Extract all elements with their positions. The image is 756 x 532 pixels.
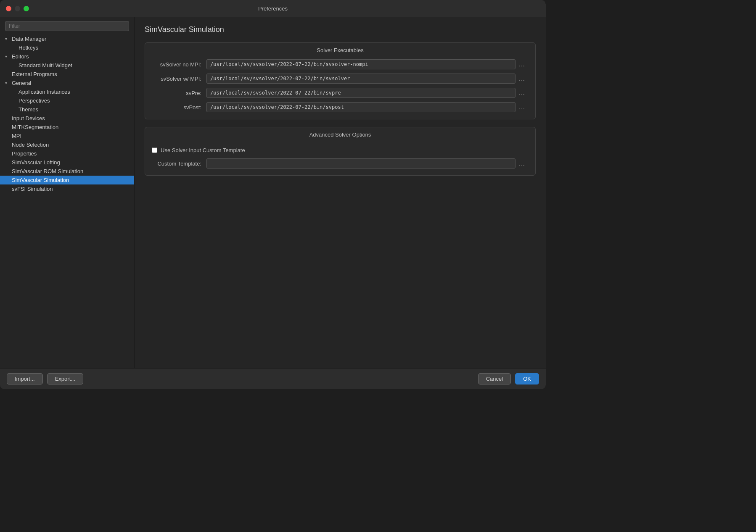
sidebar-item-label-themes: Themes (19, 106, 38, 113)
sidebar-item-node-selection[interactable]: Node Selection (0, 140, 134, 149)
sidebar-item-label-simvascular-lofting: SimVascular Lofting (12, 159, 60, 166)
sidebar-item-label-hotkeys: Hotkeys (19, 45, 38, 51)
solver-row-1: svSolver w/ MPI:... (152, 74, 529, 84)
sidebar-item-editors[interactable]: ▾Editors (0, 52, 134, 61)
cancel-button[interactable]: Cancel (478, 373, 511, 385)
sidebar-item-standard-multi-widget[interactable]: Standard Multi Widget (0, 61, 134, 70)
solver-label-3: svPost: (152, 104, 206, 111)
sidebar-item-label-simvascular-simulation: SimVascular Simulation (12, 177, 69, 183)
sidebar-item-application-instances[interactable]: Application Instances (0, 87, 134, 96)
sidebar-item-label-application-instances: Application Instances (19, 89, 70, 95)
solver-browse-button-1[interactable]: ... (515, 74, 529, 84)
sidebar-item-label-mpi: MPI (12, 133, 21, 139)
bottom-left-actions: Import... Export... (7, 373, 83, 385)
advanced-legend: Advanced Solver Options (145, 127, 535, 138)
solver-input-3[interactable] (206, 102, 515, 112)
import-button[interactable]: Import... (7, 373, 43, 385)
sidebar-item-label-editors: Editors (12, 53, 29, 60)
sidebar-item-mpi[interactable]: MPI (0, 132, 134, 140)
solver-label-0: svSolver no MPI: (152, 61, 206, 68)
minimize-button[interactable] (15, 6, 20, 11)
solver-label-2: svPre: (152, 90, 206, 96)
use-custom-template-checkbox[interactable] (152, 147, 157, 153)
sidebar-item-svfsi-simulation[interactable]: svFSI Simulation (0, 184, 134, 193)
solver-row-2: svPre:... (152, 88, 529, 98)
tree-arrow-general: ▾ (5, 81, 11, 85)
solver-row-0: svSolver no MPI:... (152, 59, 529, 69)
sidebar-item-label-data-manager: Data Manager (12, 36, 46, 42)
sidebar-item-label-svfsi-simulation: svFSI Simulation (12, 186, 53, 192)
titlebar: Preferences (0, 0, 546, 17)
sidebar-item-label-external-programs: External Programs (12, 71, 57, 77)
sidebar-item-data-manager[interactable]: ▾Data Manager (0, 34, 134, 43)
sidebar-item-label-node-selection: Node Selection (12, 142, 49, 148)
sidebar-item-mitk-segmentation[interactable]: MITKSegmentation (0, 123, 134, 132)
sidebar-item-label-simvascular-rom-simulation: SimVascular ROM Simulation (12, 168, 83, 174)
solver-row-3: svPost:... (152, 102, 529, 112)
sidebar-item-simvascular-simulation[interactable]: SimVascular Simulation (0, 176, 134, 184)
sidebar-item-perspectives[interactable]: Perspectives (0, 96, 134, 105)
sidebar-item-label-general: General (12, 80, 31, 86)
sidebar-item-themes[interactable]: Themes (0, 105, 134, 114)
filter-input[interactable] (5, 21, 129, 31)
ok-button[interactable]: OK (515, 373, 539, 385)
window-title: Preferences (258, 5, 288, 12)
sidebar-item-label-input-devices: Input Devices (12, 115, 45, 121)
solver-rows-container: svSolver no MPI:...svSolver w/ MPI:...sv… (145, 55, 535, 119)
sidebar-item-external-programs[interactable]: External Programs (0, 70, 134, 79)
solver-executables-panel: Solver Executables svSolver no MPI:...sv… (145, 42, 536, 119)
custom-template-browse-button[interactable]: ... (515, 158, 529, 169)
sidebar-item-label-properties: Properties (12, 150, 37, 157)
use-custom-template-label: Use Solver Input Custom Template (161, 147, 245, 153)
sidebar-item-label-standard-multi-widget: Standard Multi Widget (19, 62, 72, 68)
close-button[interactable] (6, 6, 11, 11)
solver-browse-button-2[interactable]: ... (515, 88, 529, 98)
sidebar-item-label-mitk-segmentation: MITKSegmentation (12, 124, 58, 130)
sidebar-item-simvascular-lofting[interactable]: SimVascular Lofting (0, 158, 134, 167)
maximize-button[interactable] (24, 6, 29, 11)
sidebar: ▾Data ManagerHotkeys▾EditorsStandard Mul… (0, 17, 135, 368)
export-button[interactable]: Export... (47, 373, 83, 385)
custom-template-input[interactable] (206, 158, 515, 169)
solver-label-1: svSolver w/ MPI: (152, 76, 206, 82)
solver-input-1[interactable] (206, 74, 515, 84)
sidebar-item-input-devices[interactable]: Input Devices (0, 114, 134, 123)
tree-arrow-data-manager: ▾ (5, 37, 11, 41)
tree-container: ▾Data ManagerHotkeys▾EditorsStandard Mul… (0, 34, 134, 193)
solver-browse-button-3[interactable]: ... (515, 102, 529, 112)
bottom-bar: Import... Export... Cancel OK (0, 368, 546, 389)
solver-browse-button-0[interactable]: ... (515, 59, 529, 69)
traffic-lights (6, 6, 29, 11)
advanced-solver-panel: Advanced Solver Options Use Solver Input… (145, 127, 536, 176)
solver-input-2[interactable] (206, 88, 515, 98)
main-layout: ▾Data ManagerHotkeys▾EditorsStandard Mul… (0, 17, 546, 368)
sidebar-item-properties[interactable]: Properties (0, 149, 134, 158)
tree-arrow-editors: ▾ (5, 54, 11, 59)
sidebar-item-simvascular-rom-simulation[interactable]: SimVascular ROM Simulation (0, 167, 134, 176)
sidebar-item-general[interactable]: ▾General (0, 79, 134, 87)
checkbox-row: Use Solver Input Custom Template (152, 144, 529, 158)
custom-template-row: Custom Template: ... (152, 158, 529, 169)
solver-input-0[interactable] (206, 59, 515, 69)
custom-template-label-text: Custom Template: (152, 161, 206, 167)
solver-executables-legend: Solver Executables (145, 43, 535, 53)
content-area: SimVascular Simulation Solver Executable… (135, 17, 546, 368)
sidebar-item-hotkeys[interactable]: Hotkeys (0, 43, 134, 52)
sidebar-item-label-perspectives: Perspectives (19, 97, 50, 104)
advanced-panel-inner: Use Solver Input Custom Template Custom … (145, 140, 535, 175)
page-title: SimVascular Simulation (145, 25, 536, 34)
bottom-right-actions: Cancel OK (478, 373, 539, 385)
